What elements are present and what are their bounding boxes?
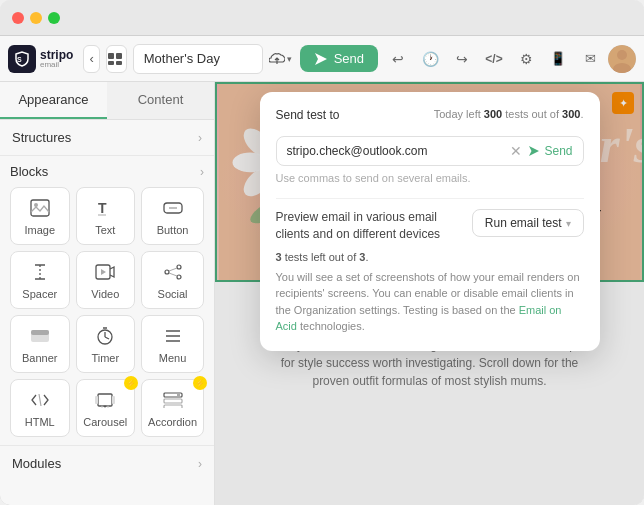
tab-appearance[interactable]: Appearance bbox=[0, 82, 107, 119]
run-email-test-button[interactable]: Run email test ▾ bbox=[472, 209, 584, 237]
spacer-block-icon bbox=[28, 260, 52, 284]
video-block-icon bbox=[93, 260, 117, 284]
banner-block-label: Banner bbox=[22, 352, 57, 364]
modules-section[interactable]: Modules › bbox=[0, 446, 214, 481]
clear-input-icon[interactable]: ✕ bbox=[510, 143, 522, 159]
email-input-row: ✕ Send bbox=[276, 136, 584, 166]
block-accordion[interactable]: ⚡ Accordion bbox=[141, 379, 204, 437]
send-test-button[interactable]: Send bbox=[528, 144, 572, 158]
tests-left-bold: 300 bbox=[484, 108, 502, 120]
accordion-block-label: Accordion bbox=[148, 416, 197, 428]
svg-rect-3 bbox=[108, 61, 114, 65]
code-button[interactable]: </> bbox=[480, 45, 508, 73]
svg-rect-37 bbox=[112, 396, 115, 404]
block-banner[interactable]: Banner bbox=[10, 315, 70, 373]
modules-chevron-icon: › bbox=[198, 457, 202, 471]
block-video[interactable]: Video bbox=[76, 251, 136, 309]
popup-overlay: Send test to Today left 300 tests out of… bbox=[215, 82, 644, 505]
project-name-input[interactable] bbox=[133, 44, 263, 74]
maximize-button[interactable] bbox=[48, 12, 60, 24]
structures-label: Structures bbox=[12, 130, 71, 145]
svg-rect-36 bbox=[95, 396, 98, 404]
carousel-badge: ⚡ bbox=[124, 376, 138, 390]
mobile-preview-button[interactable]: 📱 bbox=[544, 45, 572, 73]
svg-point-7 bbox=[617, 50, 627, 60]
email-preview-button[interactable]: ✉ bbox=[576, 45, 604, 73]
tab-content[interactable]: Content bbox=[107, 82, 214, 119]
svg-rect-44 bbox=[164, 405, 182, 408]
svg-line-23 bbox=[169, 268, 177, 271]
send-test-label: Send bbox=[544, 144, 572, 158]
svg-rect-26 bbox=[31, 330, 49, 335]
svg-rect-43 bbox=[164, 399, 182, 403]
block-carousel[interactable]: ⚡ Carousel bbox=[76, 379, 136, 437]
content-area: Mother's DAY ✦ Stylish Clothes For Moms … bbox=[215, 82, 644, 505]
code-icon: </> bbox=[485, 52, 502, 66]
blocks-header[interactable]: Blocks › bbox=[10, 164, 204, 179]
image-block-label: Image bbox=[24, 224, 55, 236]
app-window: S stripo email ‹ bbox=[0, 0, 644, 505]
timer-block-icon bbox=[93, 324, 117, 348]
tests-remaining-info: 3 tests left out of 3. bbox=[276, 251, 584, 263]
tests-remaining-num: 3 bbox=[276, 251, 282, 263]
block-html[interactable]: HTML bbox=[10, 379, 70, 437]
view-toggle-button[interactable] bbox=[106, 45, 127, 73]
svg-marker-19 bbox=[101, 269, 106, 275]
preview-desc-end: technologies. bbox=[297, 320, 365, 332]
block-button[interactable]: Button bbox=[141, 187, 204, 245]
cloud-icon bbox=[269, 52, 285, 66]
text-block-label: Text bbox=[95, 224, 115, 236]
cloud-upload-button[interactable] bbox=[269, 45, 285, 73]
cloud-dropdown-button[interactable]: ▾ bbox=[285, 45, 294, 73]
svg-marker-5 bbox=[315, 53, 327, 65]
svg-rect-35 bbox=[98, 394, 112, 406]
send-hint: Use commas to send on several emails. bbox=[276, 172, 584, 184]
svg-line-24 bbox=[169, 273, 177, 276]
minimize-button[interactable] bbox=[30, 12, 42, 24]
test-email-input[interactable] bbox=[287, 144, 505, 158]
image-block-icon bbox=[28, 196, 52, 220]
send-button[interactable]: Send bbox=[300, 45, 378, 72]
user-avatar bbox=[608, 45, 636, 73]
accordion-badge: ⚡ bbox=[193, 376, 207, 390]
block-timer[interactable]: Timer bbox=[76, 315, 136, 373]
timer-block-label: Timer bbox=[91, 352, 119, 364]
tests-total-num: 3 bbox=[359, 251, 365, 263]
settings-button[interactable]: ⚙ bbox=[512, 45, 540, 73]
menu-block-icon bbox=[161, 324, 185, 348]
popup-divider bbox=[276, 198, 584, 199]
traffic-lights bbox=[12, 12, 60, 24]
send-test-label: Send test to bbox=[276, 108, 340, 122]
block-menu[interactable]: Menu bbox=[141, 315, 204, 373]
social-block-icon bbox=[161, 260, 185, 284]
svg-rect-4 bbox=[116, 61, 122, 65]
redo-button[interactable]: ↪ bbox=[448, 45, 476, 73]
social-block-label: Social bbox=[158, 288, 188, 300]
preview-description: Preview email in various email clients a… bbox=[276, 209, 472, 243]
svg-point-22 bbox=[177, 275, 181, 279]
run-email-caret-icon: ▾ bbox=[566, 218, 571, 229]
video-block-label: Video bbox=[91, 288, 119, 300]
chevron-down-icon: ▾ bbox=[287, 54, 292, 64]
svg-point-38 bbox=[101, 406, 103, 408]
undo-button[interactable]: ↩ bbox=[384, 45, 412, 73]
block-text[interactable]: T Text bbox=[76, 187, 136, 245]
block-spacer[interactable]: Spacer bbox=[10, 251, 70, 309]
redo-icon: ↪ bbox=[456, 51, 468, 67]
close-button[interactable] bbox=[12, 12, 24, 24]
structures-section[interactable]: Structures › bbox=[0, 120, 214, 156]
button-block-icon bbox=[161, 196, 185, 220]
block-image[interactable]: Image bbox=[10, 187, 70, 245]
block-social[interactable]: Social bbox=[141, 251, 204, 309]
svg-text:T: T bbox=[98, 200, 107, 216]
logo-icon: S bbox=[8, 45, 36, 73]
logo-area: S stripo email bbox=[8, 45, 73, 73]
mobile-icon: 📱 bbox=[550, 51, 566, 66]
send-icon bbox=[314, 52, 328, 66]
history-button[interactable]: 🕐 bbox=[416, 45, 444, 73]
envelope-icon: ✉ bbox=[585, 51, 596, 66]
back-button[interactable]: ‹ bbox=[83, 45, 99, 73]
send-test-icon bbox=[528, 145, 540, 157]
sidebar-tabs: Appearance Content bbox=[0, 82, 214, 120]
menu-block-label: Menu bbox=[159, 352, 187, 364]
